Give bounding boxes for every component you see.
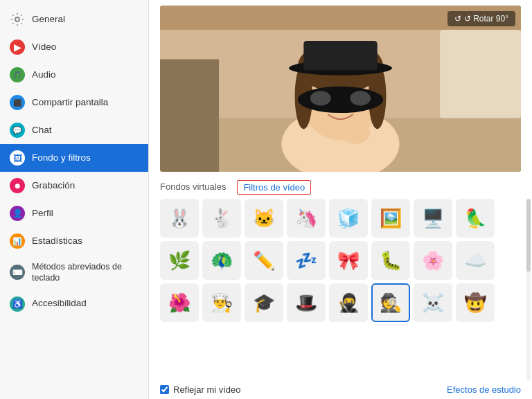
scrollbar-thumb[interactable] xyxy=(526,199,531,272)
svg-rect-4 xyxy=(440,30,521,118)
shortcuts-icon: ⌨ xyxy=(10,265,25,280)
filter-item[interactable]: 🦚 xyxy=(202,241,241,280)
filter-item[interactable]: 🥷 xyxy=(329,283,368,322)
video-icon: ▶ xyxy=(10,39,25,55)
sidebar-item-video[interactable]: ▶ Vídeo xyxy=(0,33,148,61)
sidebar-label-accessibility: Accesibilidad xyxy=(32,298,87,309)
sidebar-item-background[interactable]: 🖼 Fondo y filtros xyxy=(0,144,148,172)
svg-rect-12 xyxy=(303,41,377,71)
access-icon: ♿ xyxy=(10,296,25,312)
svg-point-16 xyxy=(341,122,371,144)
sidebar-label-audio: Audio xyxy=(32,69,56,80)
filter-item[interactable]: ☁️ xyxy=(456,241,495,280)
filter-item[interactable]: 🦄 xyxy=(287,199,326,238)
audio-icon-bg: 🎵 xyxy=(10,67,25,82)
filter-grid: 🐰🐇🐱🦄🧊🖼️🖥️🦜🌿🦚✏️💤🎀🐛🌸☁️🌺👨‍🍳🎓🎩🥷🕵️Bandit☠️🤠 xyxy=(160,199,521,322)
profile-icon-bg: 👤 xyxy=(10,206,25,221)
filter-item[interactable]: 🌺 xyxy=(160,283,199,322)
sidebar-label-shortcuts: Métodos abreviados de teclado xyxy=(32,261,139,284)
filter-item[interactable]: 🕵️Bandit xyxy=(371,283,410,322)
stats-icon-bg: 📊 xyxy=(10,233,25,249)
svg-point-0 xyxy=(15,17,19,21)
sidebar-label-general: General xyxy=(32,14,65,25)
sidebar-item-recording[interactable]: ⏺ Grabación xyxy=(0,172,148,200)
shortcuts-icon-bg: ⌨ xyxy=(10,265,25,280)
filter-item[interactable]: 🦜 xyxy=(456,199,495,238)
svg-point-14 xyxy=(310,91,331,105)
bottom-row: Reflejar mi vídeo Efectos de estudio xyxy=(149,380,532,399)
sidebar-item-accessibility[interactable]: ♿ Accesibilidad xyxy=(0,290,148,318)
profile-icon: 👤 xyxy=(10,206,25,221)
filter-item[interactable]: 🖼️ xyxy=(371,199,410,238)
svg-point-15 xyxy=(350,91,371,105)
sidebar-item-audio[interactable]: 🎵 Audio xyxy=(0,61,148,89)
filter-item[interactable]: 👨‍🍳 xyxy=(202,283,241,322)
share-icon: ⬛ xyxy=(10,95,25,110)
sidebar-label-video: Vídeo xyxy=(32,42,56,53)
scrollbar-track[interactable] xyxy=(526,199,531,380)
sidebar-item-share[interactable]: ⬛ Compartir pantalla xyxy=(0,89,148,116)
tabs-row: Fondos virtuales Filtros de vídeo xyxy=(149,172,532,199)
video-preview: ↺ ↺ Rotar 90° xyxy=(160,6,521,172)
filter-item[interactable]: 💤 xyxy=(287,241,326,280)
svg-rect-5 xyxy=(160,59,219,172)
main-content: ↺ ↺ Rotar 90° Fondos virtuales Filtros d… xyxy=(149,0,532,399)
sidebar-item-chat[interactable]: 💬 Chat xyxy=(0,116,148,144)
filter-item[interactable]: 🌸 xyxy=(414,241,452,280)
share-icon-bg: ⬛ xyxy=(10,95,25,110)
filter-grid-container: 🐰🐇🐱🦄🧊🖼️🖥️🦜🌿🦚✏️💤🎀🐛🌸☁️🌺👨‍🍳🎓🎩🥷🕵️Bandit☠️🤠 xyxy=(149,199,532,380)
filter-item[interactable]: 🐛 xyxy=(371,241,410,280)
sidebar-label-chat: Chat xyxy=(32,125,52,136)
filter-item[interactable]: 🤠 xyxy=(456,283,495,322)
sidebar-item-general[interactable]: General xyxy=(0,6,148,33)
mirror-video-text: Reflejar mi vídeo xyxy=(173,384,241,395)
filter-item[interactable]: 🖥️ xyxy=(414,199,452,238)
sidebar-item-stats[interactable]: 📊 Estadísticas xyxy=(0,227,148,255)
filter-item[interactable]: 🎓 xyxy=(245,283,283,322)
rotate-icon: ↺ xyxy=(454,14,461,24)
sidebar-label-background: Fondo y filtros xyxy=(32,152,91,163)
mirror-video-label[interactable]: Reflejar mi vídeo xyxy=(160,384,241,395)
audio-icon: 🎵 xyxy=(10,67,25,82)
rotate-button[interactable]: ↺ ↺ Rotar 90° xyxy=(447,11,515,26)
mirror-video-checkbox[interactable] xyxy=(160,385,169,394)
sidebar-item-shortcuts[interactable]: ⌨ Métodos abreviados de teclado xyxy=(0,255,148,290)
tab-fondos[interactable]: Fondos virtuales xyxy=(160,181,226,193)
background-icon: 🖼 xyxy=(10,150,25,166)
filter-item[interactable]: 🌿 xyxy=(160,241,199,280)
tab-filtros[interactable]: Filtros de vídeo xyxy=(237,180,311,195)
filter-item[interactable]: ✏️ xyxy=(245,241,283,280)
rotate-label: ↺ Rotar 90° xyxy=(464,14,508,24)
video-icon-bg: ▶ xyxy=(10,39,25,55)
stats-icon: 📊 xyxy=(10,233,25,249)
chat-icon-bg: 💬 xyxy=(10,123,25,138)
sidebar-label-share: Compartir pantalla xyxy=(32,97,108,108)
sidebar-label-profile: Perfil xyxy=(32,208,53,219)
sidebar-item-profile[interactable]: 👤 Perfil xyxy=(0,200,148,227)
studio-effects-link[interactable]: Efectos de estudio xyxy=(447,384,521,395)
sidebar-label-stats: Estadísticas xyxy=(32,236,82,247)
filter-item[interactable]: 🐇 xyxy=(202,199,241,238)
access-icon-bg: ♿ xyxy=(10,296,25,312)
filter-item[interactable]: 🐰 xyxy=(160,199,199,238)
filter-item[interactable]: 🎀 xyxy=(329,241,368,280)
record-icon: ⏺ xyxy=(10,178,25,193)
filter-item[interactable]: 🐱 xyxy=(245,199,283,238)
chat-icon: 💬 xyxy=(10,123,25,138)
sidebar-label-recording: Grabación xyxy=(32,180,75,191)
video-background xyxy=(160,6,521,172)
sidebar: General ▶ Vídeo 🎵 Audio ⬛ Compartir pant… xyxy=(0,0,149,399)
record-icon-bg: ⏺ xyxy=(10,178,25,193)
filter-item[interactable]: 🧊 xyxy=(329,199,368,238)
filter-item[interactable]: ☠️ xyxy=(414,283,452,322)
filter-item[interactable]: 🎩 xyxy=(287,283,326,322)
gear-icon xyxy=(10,12,25,27)
